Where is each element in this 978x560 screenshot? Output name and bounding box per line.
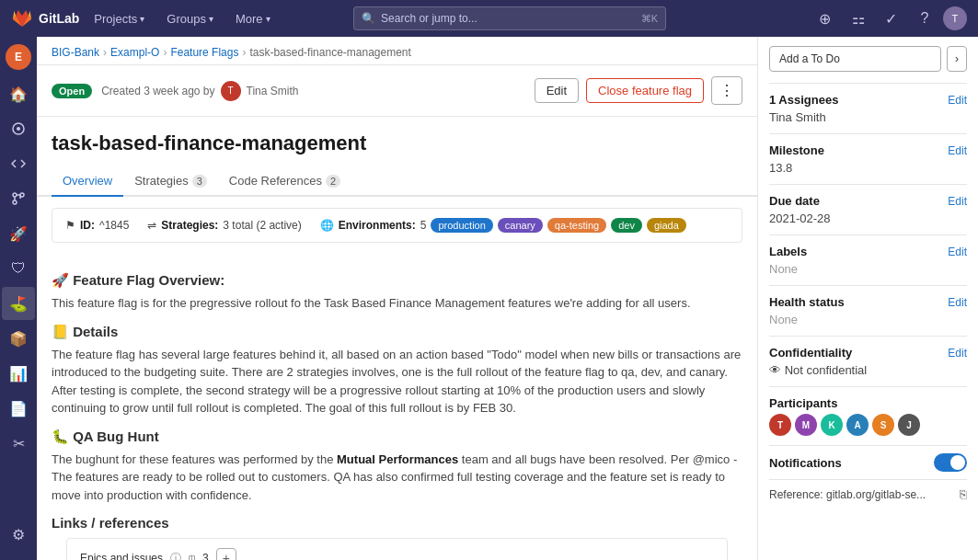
labels-title: Labels — [769, 245, 807, 258]
env-production: production — [431, 218, 492, 233]
assignees-header: 1 Assignees Edit — [769, 93, 967, 107]
epics-add-button[interactable]: + — [216, 548, 236, 560]
issue-header: Open Created 3 week ago by T Tina Smith … — [37, 65, 757, 117]
epics-icon: ⎅ — [189, 552, 195, 560]
sidebar-item-wiki[interactable]: 📄 — [2, 392, 35, 425]
qa-bold: Mutual Performances — [337, 452, 458, 466]
main-content: 🚀 Feature Flag Overview: This feature fl… — [37, 254, 757, 560]
nav-groups[interactable]: Groups ▾ — [159, 8, 221, 29]
todo-arrow-button[interactable]: › — [947, 46, 967, 72]
id-value: ^1845 — [99, 219, 129, 232]
env-icon: 🌐 — [320, 219, 334, 232]
todos-button[interactable]: ✓ — [877, 4, 906, 33]
new-item-button[interactable]: ⊕ — [811, 4, 840, 33]
flag-icon: ⚑ — [65, 219, 75, 232]
details-title: 📒 Details — [52, 324, 742, 340]
reference-text: Reference: gitlab.org/gitlab-se... — [769, 488, 926, 501]
env-canary: canary — [498, 218, 543, 233]
sidebar-item-featureflags[interactable]: ⛳ — [2, 287, 35, 320]
breadcrumb-sep-3: › — [242, 46, 246, 59]
issue-meta: Created 3 week ago by T Tina Smith — [101, 81, 525, 101]
app-logo[interactable]: GitLab — [11, 7, 79, 29]
left-sidebar: E 🏠 🚀 🛡 ⛳ 📦 📊 📄 ✂ ⚙ — [0, 37, 37, 560]
env-giada: giada — [647, 218, 686, 233]
breadcrumb-bank[interactable]: BIG-Bank — [52, 46, 99, 59]
help-button[interactable]: ? — [910, 4, 939, 33]
breadcrumb-feature-flags[interactable]: Feature Flags — [170, 46, 238, 59]
projects-chevron-icon: ▾ — [140, 14, 144, 24]
participant-2[interactable]: M — [795, 414, 817, 436]
tabs-bar: Overview Strategies 3 Code References 2 — [37, 166, 757, 197]
confidentiality-section: Confidentiality Edit 👁 Not confidential — [769, 336, 967, 386]
labels-edit-button[interactable]: Edit — [948, 246, 967, 258]
sidebar-item-analytics[interactable]: 📊 — [2, 357, 35, 390]
participant-3[interactable]: K — [821, 414, 843, 436]
sidebar-item-issues[interactable] — [2, 112, 35, 145]
author-avatar: T — [221, 81, 241, 101]
close-feature-flag-button[interactable]: Close feature flag — [586, 78, 704, 103]
top-navigation: GitLab Projects ▾ Groups ▾ More ▾ 🔍 Sear… — [0, 0, 978, 37]
due-date-value: 2021-02-28 — [769, 211, 967, 225]
user-avatar[interactable]: T — [943, 6, 967, 30]
nav-icon-group: ⊕ ⚏ ✓ ? T — [811, 4, 967, 33]
add-todo-button[interactable]: Add a To Do — [769, 46, 941, 72]
sidebar-item-deploy[interactable]: 🚀 — [2, 217, 35, 250]
info-id: ⚑ ID: ^1845 — [65, 219, 129, 232]
todo-area: Add a To Do › — [769, 46, 967, 72]
breadcrumb: BIG-Bank › Exampl-O › Feature Flags › ta… — [37, 37, 757, 65]
epics-count: 3 — [202, 552, 209, 560]
created-meta-text: Created 3 week ago by — [101, 85, 214, 97]
participant-5[interactable]: S — [872, 414, 894, 436]
tab-code-references[interactable]: Code References 2 — [218, 166, 351, 197]
due-date-edit-button[interactable]: Edit — [948, 195, 967, 208]
health-status-header: Health status Edit — [769, 295, 967, 309]
breadcrumb-exampl[interactable]: Exampl-O — [110, 46, 159, 59]
sidebar-item-snippets[interactable]: ✂ — [2, 427, 35, 460]
nav-projects[interactable]: Projects ▾ — [86, 8, 152, 29]
env-label: Environments: — [339, 219, 416, 232]
more-options-button[interactable]: ⋮ — [711, 76, 742, 105]
labels-value: None — [769, 262, 967, 276]
more-chevron-icon: ▾ — [266, 14, 270, 24]
participant-4[interactable]: A — [846, 414, 869, 436]
tab-strategies[interactable]: Strategies 3 — [123, 166, 218, 197]
assignees-edit-button[interactable]: Edit — [948, 94, 967, 107]
sidebar-item-packages[interactable]: 📦 — [2, 322, 35, 355]
notifications-toggle[interactable] — [934, 453, 967, 472]
copy-reference-button[interactable]: ⎘ — [960, 487, 967, 501]
tab-overview[interactable]: Overview — [52, 166, 123, 197]
search-icon: 🔍 — [362, 12, 375, 25]
links-title: Links / references — [52, 515, 742, 531]
health-status-section: Health status Edit None — [769, 285, 967, 336]
search-bar[interactable]: 🔍 Search or jump to... ⌘K — [353, 6, 666, 30]
assignees-title: 1 Assignees — [769, 93, 838, 107]
merge-requests-button[interactable]: ⚏ — [844, 4, 873, 33]
participant-6[interactable]: J — [898, 414, 920, 436]
sidebar-item-mergerequests[interactable] — [2, 182, 35, 215]
svg-point-1 — [17, 127, 20, 131]
sidebar-item-security[interactable]: 🛡 — [2, 252, 35, 285]
epics-label: Epics and issues — [80, 552, 163, 560]
project-avatar[interactable]: E — [6, 44, 31, 70]
breadcrumb-current: task-based-finance-management — [249, 46, 410, 59]
breadcrumb-sep-2: › — [163, 46, 167, 59]
milestone-section: Milestone Edit 13.8 — [769, 133, 967, 184]
overview-title: 🚀 Feature Flag Overview: — [52, 272, 742, 289]
nav-more[interactable]: More ▾ — [228, 8, 278, 29]
health-status-title: Health status — [769, 295, 845, 309]
sidebar-item-settings[interactable]: ⚙ — [2, 518, 35, 551]
confidentiality-edit-button[interactable]: Edit — [948, 347, 967, 360]
edit-button[interactable]: Edit — [535, 78, 579, 103]
reference-row: Reference: gitlab.org/gitlab-se... ⎘ — [769, 479, 967, 509]
breadcrumb-sep-1: › — [103, 46, 107, 59]
sidebar-item-code[interactable] — [2, 147, 35, 180]
sidebar-item-home[interactable]: 🏠 — [2, 77, 35, 110]
due-date-header: Due date Edit — [769, 194, 967, 208]
milestone-edit-button[interactable]: Edit — [948, 144, 967, 157]
milestone-title: Milestone — [769, 143, 824, 157]
participant-1[interactable]: T — [769, 414, 791, 436]
notifications-row: Notifications — [769, 445, 967, 479]
health-status-edit-button[interactable]: Edit — [948, 296, 967, 309]
strategies-icon: ⇌ — [147, 219, 156, 232]
milestone-header: Milestone Edit — [769, 143, 967, 157]
